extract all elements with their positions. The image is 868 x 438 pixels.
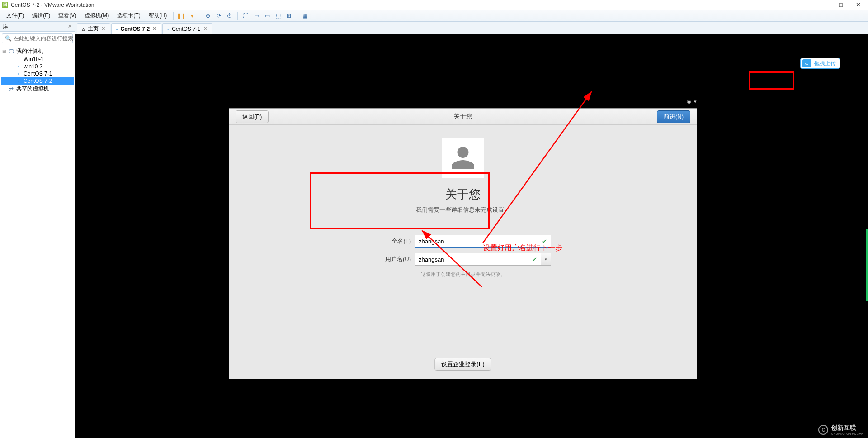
sidebar-title: 库 <box>3 23 8 30</box>
setup-subtitle: 我们需要一些详细信息来完成设置。 <box>229 206 697 214</box>
check-icon: ✔ <box>532 256 537 263</box>
tree-vm-centos72[interactable]: ▫ CentOS 7-2 <box>1 77 74 85</box>
username-dropdown-button[interactable]: ▾ <box>541 253 551 266</box>
tree-root-mycomputer[interactable]: ⊟ 🖵 我的计算机 <box>1 47 74 56</box>
watermark-logo-icon: C <box>818 425 828 435</box>
setup-toolbar-title: 关于您 <box>453 113 472 121</box>
expand-icon[interactable] <box>2 86 6 91</box>
menu-view[interactable]: 查看(V) <box>55 10 80 21</box>
gnome-initial-setup: ◉ ▾ 返回(P) 关于您 前进(N) 关于您 我们需要一些详细信息来完成设置。 <box>229 108 697 379</box>
menu-vm[interactable]: 虚拟机(M) <box>81 10 113 21</box>
vm-icon: ▫ <box>15 71 22 77</box>
right-edge-indicator <box>866 229 868 301</box>
close-icon[interactable]: ✕ <box>203 26 208 32</box>
collapse-icon[interactable]: ⊟ <box>2 49 6 54</box>
app-icon: 回 <box>2 2 8 8</box>
vm-icon: ▫ <box>15 63 22 70</box>
snapshot-icon[interactable]: ⊕ <box>203 11 213 21</box>
close-icon[interactable]: ✕ <box>152 26 156 32</box>
tree-vm-win10-2[interactable]: ▫ win10-2 <box>1 63 74 70</box>
tree-vm-centos71[interactable]: ▫ CentOS 7-1 <box>1 70 74 77</box>
back-button[interactable]: 返回(P) <box>236 110 269 123</box>
close-button[interactable]: ✕ <box>854 1 863 8</box>
upload-badge[interactable]: ∞ 拖拽上传 <box>800 58 840 69</box>
tree-vm-win10-1[interactable]: ▫ Win10-1 <box>1 56 74 63</box>
shared-icon: ⇄ <box>8 86 14 92</box>
tab-centos71[interactable]: ▫ CentOS 7-1 ✕ <box>162 23 212 34</box>
revert-icon[interactable]: ⟳ <box>214 11 224 21</box>
vm-icon: ▫ <box>116 26 118 32</box>
next-button[interactable]: 前进(N) <box>657 110 690 123</box>
accessibility-icon[interactable]: ◉ <box>687 99 691 105</box>
search-box[interactable]: 🔍 ▼ <box>2 33 73 43</box>
avatar-placeholder[interactable] <box>442 138 484 178</box>
user-form: 全名(F) ✔ 用户名(U) ✔ ▾ <box>375 235 551 278</box>
menu-tabs[interactable]: 选项卡(T) <box>113 10 144 21</box>
fullscreen-icon[interactable]: ▭ <box>262 11 272 21</box>
window-title: CentOS 7-2 - VMware Workstation <box>11 2 819 8</box>
content-area: ⌂ 主页 ✕ ▫ CentOS 7-2 ✕ ▫ CentOS 7-1 ✕ ◉ ▾ <box>75 22 868 438</box>
manage-icon[interactable]: ⏱ <box>225 11 235 21</box>
watermark: C 创新互联 CHUANG XIN HULIAN <box>818 424 863 435</box>
gnome-topbar-right: ◉ ▾ <box>687 99 697 105</box>
username-label: 用户名(U) <box>375 255 411 263</box>
tree-shared[interactable]: ⇄ 共享的虚拟机 <box>1 85 74 93</box>
tab-home[interactable]: ⌂ 主页 ✕ <box>77 23 110 34</box>
fit-guest-icon[interactable]: ⛶ <box>241 11 250 21</box>
window-titlebar: 回 CentOS 7-2 - VMware Workstation — □ ✕ <box>0 0 868 10</box>
vm-icon: ▫ <box>167 26 169 32</box>
username-input[interactable] <box>419 256 532 263</box>
library-sidebar: 库 ✕ 🔍 ▼ ⊟ 🖵 我的计算机 ▫ Win10-1 ▫ win10-2 ▫ <box>0 22 75 438</box>
computer-icon: 🖵 <box>8 48 14 55</box>
library-tree: ⊟ 🖵 我的计算机 ▫ Win10-1 ▫ win10-2 ▫ CentOS 7… <box>0 45 75 95</box>
unity-icon[interactable]: ⬚ <box>273 11 283 21</box>
play-dropdown-icon[interactable]: ▾ <box>187 11 197 21</box>
setup-body: 关于您 我们需要一些详细信息来完成设置。 全名(F) ✔ 用户名(U) <box>229 125 697 278</box>
setup-toolbar: 返回(P) 关于您 前进(N) <box>229 109 697 125</box>
menu-bar: 文件(F) 编辑(E) 查看(V) 虚拟机(M) 选项卡(T) 帮助(H) ❚❚… <box>0 10 868 22</box>
minimize-button[interactable]: — <box>819 1 828 8</box>
annotation-text: 设置好用户名进行下一步 <box>483 243 562 253</box>
tab-bar: ⌂ 主页 ✕ ▫ CentOS 7-2 ✕ ▫ CentOS 7-1 ✕ <box>75 22 868 34</box>
thumbnail-icon[interactable]: ⊞ <box>284 11 294 21</box>
setup-heading: 关于您 <box>229 186 697 202</box>
console-icon[interactable]: ▭ <box>251 11 261 21</box>
username-hint: 这将用于创建您的主目录并无法更改。 <box>375 271 551 278</box>
close-icon[interactable]: ✕ <box>101 26 105 32</box>
enterprise-login-button[interactable]: 设置企业登录(E) <box>434 358 491 371</box>
cloud-icon: ∞ <box>802 59 811 67</box>
menu-file[interactable]: 文件(F) <box>3 10 28 21</box>
username-input-wrap[interactable]: ✔ <box>415 253 541 266</box>
maximize-button[interactable]: □ <box>836 1 845 8</box>
menu-help[interactable]: 帮助(H) <box>145 10 171 21</box>
menu-edit[interactable]: 编辑(E) <box>28 10 54 21</box>
tab-centos72[interactable]: ▫ CentOS 7-2 ✕ <box>111 23 162 34</box>
user-icon <box>449 144 476 171</box>
search-icon: 🔍 <box>5 35 12 42</box>
vm-icon: ▫ <box>15 56 22 62</box>
vm-icon: ▫ <box>15 78 22 84</box>
home-icon: ⌂ <box>82 26 85 32</box>
vm-console[interactable]: ◉ ▾ 返回(P) 关于您 前进(N) 关于您 我们需要一些详细信息来完成设置。 <box>75 34 868 438</box>
fullname-label: 全名(F) <box>375 237 411 245</box>
search-input[interactable] <box>14 35 81 42</box>
sidebar-close-icon[interactable]: ✕ <box>68 24 72 29</box>
library-icon[interactable]: ▦ <box>300 11 310 21</box>
sidebar-header: 库 ✕ <box>0 22 75 32</box>
dropdown-icon[interactable]: ▾ <box>694 99 697 105</box>
pause-icon[interactable]: ❚❚ <box>176 11 186 21</box>
